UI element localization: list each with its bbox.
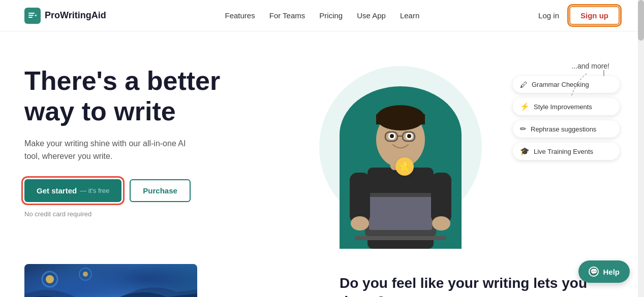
hero-subtitle: Make your writing shine with our all-in-… [24, 137, 197, 163]
nav-right: Log in Sign up [538, 6, 620, 25]
svg-rect-20 [431, 173, 451, 223]
logo-link[interactable]: ProWritingAid [24, 8, 106, 24]
nav-use-app[interactable]: Use App [357, 11, 386, 20]
svg-point-24 [46, 275, 54, 283]
grammar-icon: 🖊 [520, 80, 528, 89]
help-label: Help [603, 268, 620, 276]
svg-rect-17 [369, 197, 432, 230]
second-left [24, 264, 309, 297]
second-section-title: Do you feel like your writing lets you d… [340, 274, 620, 297]
scrollbar[interactable] [638, 0, 644, 297]
purchase-button[interactable]: Purchase [130, 179, 191, 202]
second-right: Do you feel like your writing lets you d… [309, 264, 620, 297]
painting-container [24, 264, 197, 297]
no-credit-card-text: No credit card required [24, 210, 289, 218]
hero-title: There's a better way to write [24, 66, 289, 127]
svg-rect-1 [28, 15, 34, 16]
logo-icon [24, 8, 41, 24]
svg-point-22 [432, 216, 450, 230]
hero-section: There's a better way to write Make your … [0, 31, 644, 249]
feature-pill-training: 🎓 Live Training Events [513, 143, 620, 160]
style-icon: ⚡ [520, 102, 530, 111]
painting-svg [24, 264, 197, 297]
login-link[interactable]: Log in [538, 11, 559, 20]
star-badge: ⭐ [395, 157, 414, 176]
hero-right: ⭐ ...and more! 🖊 Grammar Checking ⚡ Styl… [299, 56, 620, 249]
nav-features[interactable]: Features [225, 11, 255, 20]
svg-rect-0 [28, 13, 35, 14]
training-icon: 🎓 [520, 147, 530, 156]
svg-point-21 [351, 216, 369, 230]
rephrase-icon: ✏ [520, 124, 527, 134]
scrollbar-thumb[interactable] [638, 0, 644, 41]
nav-links: Features For Teams Pricing Use App Learn [225, 11, 420, 20]
help-button[interactable]: 💬 Help [578, 260, 630, 283]
hero-left: There's a better way to write Make your … [24, 56, 289, 218]
nav-learn[interactable]: Learn [400, 11, 419, 20]
decorative-arrow [561, 71, 592, 102]
signup-button[interactable]: Sign up [569, 6, 620, 25]
feature-pill-rephrase: ✏ Rephrase suggestions [513, 120, 620, 138]
logo-text: ProWritingAid [45, 10, 106, 21]
style-label: Style Improvements [534, 103, 592, 111]
svg-rect-2 [28, 17, 33, 18]
svg-rect-18 [355, 236, 446, 240]
svg-rect-8 [376, 114, 425, 124]
svg-point-26 [83, 272, 88, 277]
rephrase-label: Rephrase suggestions [531, 125, 596, 133]
and-more-text: ...and more! [571, 62, 609, 70]
svg-point-12 [407, 134, 411, 138]
help-icon: 💬 [589, 267, 599, 277]
nav-pricing[interactable]: Pricing [319, 11, 343, 20]
hero-buttons: Get started — it's free Purchase [24, 179, 289, 202]
get-started-button[interactable]: Get started — it's free [24, 179, 121, 202]
training-label: Live Training Events [534, 148, 593, 155]
svg-point-11 [390, 134, 394, 138]
second-section: Do you feel like your writing lets you d… [0, 264, 644, 297]
navbar: ProWritingAid Features For Teams Pricing… [0, 0, 644, 31]
nav-for-teams[interactable]: For Teams [269, 11, 305, 20]
svg-rect-19 [350, 173, 370, 223]
